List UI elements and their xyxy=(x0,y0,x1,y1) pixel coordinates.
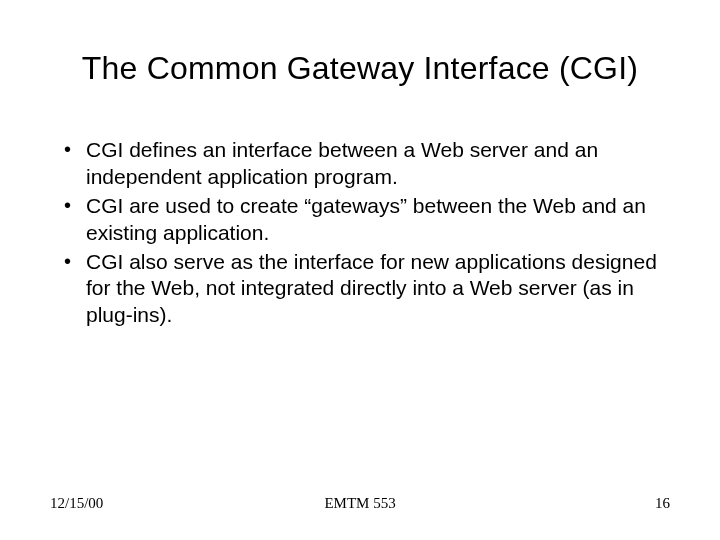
list-item: CGI are used to create “gateways” betwee… xyxy=(86,193,660,247)
slide-footer: 12/15/00 EMTM 553 16 xyxy=(50,495,670,512)
list-item: CGI defines an interface between a Web s… xyxy=(86,137,660,191)
footer-date: 12/15/00 xyxy=(50,495,257,512)
slide-title: The Common Gateway Interface (CGI) xyxy=(50,50,670,87)
list-item: CGI also serve as the interface for new … xyxy=(86,249,660,330)
footer-course: EMTM 553 xyxy=(257,495,464,512)
slide: The Common Gateway Interface (CGI) CGI d… xyxy=(0,0,720,540)
bullet-list: CGI defines an interface between a Web s… xyxy=(50,137,670,329)
footer-page-number: 16 xyxy=(463,495,670,512)
